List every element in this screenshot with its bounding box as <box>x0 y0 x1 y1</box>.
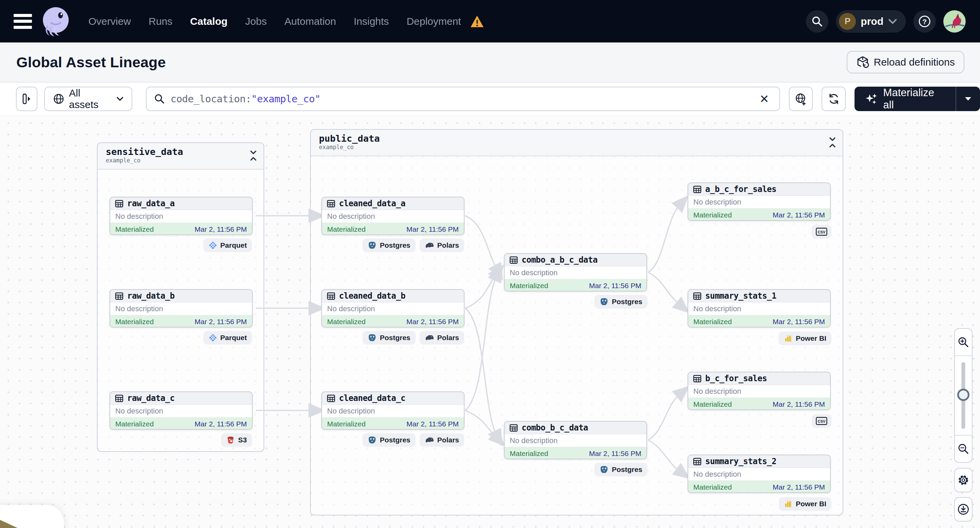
group-header[interactable]: public_data example_co <box>311 130 843 156</box>
tag-csv[interactable]: CSV <box>812 225 831 238</box>
nav-item-insights[interactable]: Insights <box>354 16 389 27</box>
tag-polars[interactable]: Polars <box>420 238 464 252</box>
materialize-all-button[interactable]: Materialize all <box>854 87 980 111</box>
asset-node-summary-stats-2[interactable]: summary_stats_2 No description Materiali… <box>687 455 831 493</box>
search-query-value: "example_co" <box>251 93 321 105</box>
materialization-time[interactable]: Mar 2, 11:56 PM <box>773 400 825 408</box>
asset-name: cleaned_data_a <box>339 199 405 208</box>
status-label: Materialized <box>510 282 548 290</box>
asset-node-cleaned-data-a[interactable]: cleaned_data_a No description Materializ… <box>321 197 465 235</box>
download-image-button[interactable] <box>954 497 972 522</box>
collapse-group-icon[interactable] <box>249 150 258 162</box>
materialization-time[interactable]: Mar 2, 11:56 PM <box>194 420 247 428</box>
status-label: Materialized <box>694 483 732 491</box>
download-circle-icon <box>957 503 969 515</box>
tag-polars[interactable]: Polars <box>420 433 464 447</box>
asset-node-b-c-for-sales[interactable]: b_c_for_sales No description Materialize… <box>687 372 831 410</box>
search-icon <box>811 16 823 27</box>
tag-postgres[interactable]: Postgres <box>363 331 415 344</box>
nav-item-runs[interactable]: Runs <box>149 16 172 27</box>
tag-postgres[interactable]: Postgres <box>594 463 648 476</box>
materialize-options-caret[interactable] <box>956 97 980 101</box>
tag-s3[interactable]: S3 <box>221 433 252 447</box>
asset-node-combo-b-c-data[interactable]: combo_b_c_data No description Materializ… <box>504 421 647 459</box>
tag-postgres[interactable]: Postgres <box>363 433 415 447</box>
tag-postgres[interactable]: Postgres <box>363 238 415 252</box>
tag-polars[interactable]: Polars <box>420 331 464 344</box>
materialization-time[interactable]: Mar 2, 11:56 PM <box>773 318 825 326</box>
materialization-time[interactable]: Mar 2, 11:56 PM <box>194 318 247 326</box>
page-header: Global Asset Lineage Reload definitions <box>0 43 980 82</box>
tag-csv[interactable]: CSV <box>812 414 831 428</box>
asset-scope-label: All assets <box>69 87 111 110</box>
deployment-switcher[interactable]: P prod <box>836 10 906 33</box>
refresh-button[interactable] <box>821 87 846 111</box>
asset-node-raw-data-b[interactable]: raw_data_b No description MaterializedMa… <box>110 289 253 328</box>
tag-parquet[interactable]: Parquet <box>204 331 252 344</box>
sidebar-toggle-button[interactable] <box>16 87 37 111</box>
asset-description: No description <box>322 405 464 418</box>
nav-item-automation[interactable]: Automation <box>284 16 336 27</box>
materialization-time[interactable]: Mar 2, 11:56 PM <box>406 225 459 233</box>
group-header[interactable]: sensitive_data example_co <box>98 143 264 170</box>
materialization-time[interactable]: Mar 2, 11:56 PM <box>194 225 247 233</box>
menu-icon[interactable] <box>14 14 32 29</box>
table-icon <box>693 292 702 300</box>
asset-node-a-b-c-for-sales[interactable]: a_b_c_for_sales No description Materiali… <box>687 182 831 221</box>
tag-parquet[interactable]: Parquet <box>204 238 252 252</box>
status-label: Materialized <box>115 225 154 233</box>
env-initial-badge: P <box>839 13 856 30</box>
tag-label: Postgres <box>612 466 642 474</box>
materialization-time[interactable]: Mar 2, 11:56 PM <box>406 318 459 326</box>
zoom-slider[interactable] <box>955 355 972 436</box>
asset-node-cleaned-data-b[interactable]: cleaned_data_b No description Materializ… <box>321 289 465 328</box>
asset-name: combo_a_b_c_data <box>522 255 597 265</box>
materialization-time[interactable]: Mar 2, 11:56 PM <box>773 211 825 219</box>
asset-name: cleaned_data_b <box>339 291 405 301</box>
status-label: Materialized <box>115 420 154 428</box>
user-avatar[interactable] <box>943 10 966 33</box>
question-circle-icon: ? <box>918 14 931 28</box>
materialization-time[interactable]: Mar 2, 11:56 PM <box>589 450 641 458</box>
asset-search-input[interactable]: code_location:"example_co" ✕ <box>146 87 780 111</box>
asset-description: No description <box>322 303 464 315</box>
tag-power-bi[interactable]: Power BI <box>779 331 831 345</box>
reload-definitions-button[interactable]: Reload definitions <box>847 51 965 73</box>
asset-name: raw_data_c <box>127 393 175 403</box>
zoom-out-button[interactable] <box>955 436 972 462</box>
tag-label: Polars <box>437 436 459 444</box>
warning-triangle-icon[interactable] <box>470 14 484 28</box>
open-in-new-graph-button[interactable] <box>789 87 813 111</box>
tag-power-bi[interactable]: Power BI <box>779 497 831 511</box>
materialize-all-label: Materialize all <box>883 87 945 111</box>
nav-item-deployment[interactable]: Deployment <box>407 16 461 27</box>
refresh-icon <box>827 92 840 105</box>
clear-search-icon[interactable]: ✕ <box>757 92 772 106</box>
postgres-icon <box>600 465 609 474</box>
nav-item-jobs[interactable]: Jobs <box>245 16 267 27</box>
nav-item-catalog[interactable]: Catalog <box>190 16 228 27</box>
asset-node-cleaned-data-c[interactable]: cleaned_data_c No description Materializ… <box>321 392 465 430</box>
graph-settings-button[interactable] <box>954 468 972 492</box>
asset-node-summary-stats-1[interactable]: summary_stats_1 No description Materiali… <box>687 289 831 328</box>
materialization-time[interactable]: Mar 2, 11:56 PM <box>773 483 825 491</box>
materialize-all-main[interactable]: Materialize all <box>854 87 956 111</box>
help-button[interactable]: ? <box>913 10 936 33</box>
asset-node-combo-a-b-c-data[interactable]: combo_a_b_c_data No description Material… <box>504 253 647 292</box>
lineage-toolbar: All assets code_location:"example_co" ✕ <box>0 82 980 116</box>
collapse-group-icon[interactable] <box>828 136 837 148</box>
materialization-time[interactable]: Mar 2, 11:56 PM <box>406 420 459 428</box>
tag-postgres[interactable]: Postgres <box>594 295 648 309</box>
materialization-time[interactable]: Mar 2, 11:56 PM <box>589 282 641 290</box>
zoom-slider-handle[interactable] <box>957 389 969 401</box>
status-label: Materialized <box>327 318 366 326</box>
zoom-in-button[interactable] <box>955 329 972 355</box>
nav-item-overview[interactable]: Overview <box>88 16 131 27</box>
global-search-button[interactable] <box>806 10 828 33</box>
asset-node-raw-data-c[interactable]: raw_data_c No description MaterializedMa… <box>110 392 253 430</box>
asset-scope-dropdown[interactable]: All assets <box>44 87 133 111</box>
table-icon <box>115 394 123 403</box>
asset-node-raw-data-a[interactable]: raw_data_a No description MaterializedMa… <box>110 197 253 235</box>
table-icon <box>115 292 123 300</box>
dagster-logo-icon[interactable] <box>40 5 72 38</box>
